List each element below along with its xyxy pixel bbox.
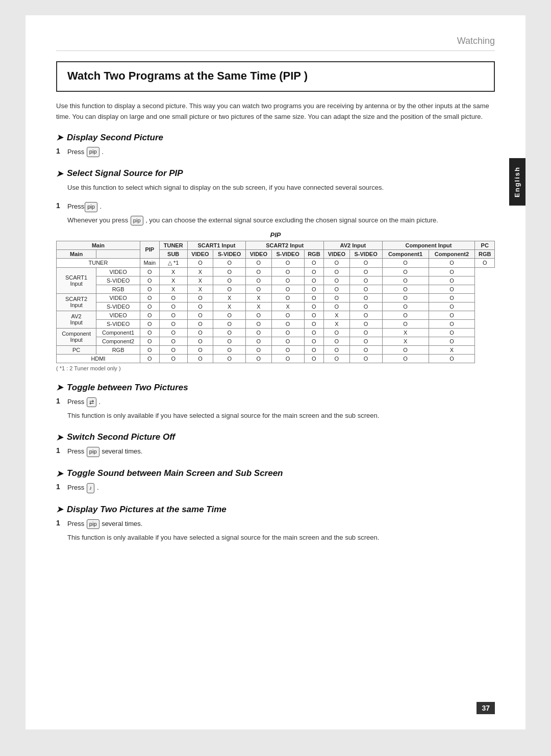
- subsection-title-3: ➤ Toggle between Two Pictures: [56, 383, 495, 393]
- step-text-4-1: Press pip several times.: [67, 446, 142, 457]
- subsection-switch-off: ➤ Switch Second Picture Off 1 Press pip …: [56, 432, 495, 457]
- subsection-display-two: ➤ Display Two Pictures at the same Time …: [56, 505, 495, 543]
- page: Watching Watch Two Programs at the Same …: [26, 15, 525, 729]
- pip-th-scart2: SCART2 Input: [246, 241, 324, 249]
- pip-th-main2: Main: [57, 249, 96, 258]
- row-component: ComponentInput: [57, 328, 96, 345]
- step-6-1: 1 Press pip several times.: [56, 519, 495, 530]
- arrow-icon-3: ➤: [56, 383, 63, 392]
- table-row: S-VIDEO O OO OOO OX OO O: [57, 319, 495, 328]
- subsection-label-5: Toggle Sound between Main Screen and Sub…: [67, 468, 283, 478]
- table-row: S-VIDEO O XX OOO OO OO O: [57, 276, 495, 285]
- subsection-toggle-sound: ➤ Toggle Sound between Main Screen and S…: [56, 468, 495, 493]
- pip-button-icon-4: pip: [87, 447, 99, 457]
- pip-table-header-row-2: Main SUB VIDEO S-VIDEO VIDEO S-VIDEO RGB…: [57, 249, 495, 258]
- step-num-3-1: 1: [56, 397, 63, 405]
- subsection-toggle-two: ➤ Toggle between Two Pictures 1 Press ⇄ …: [56, 383, 495, 421]
- sidebar-language-label: English: [509, 158, 525, 206]
- pip-th-rgb1: RGB: [304, 249, 324, 258]
- row-scart2: SCART2Input: [57, 293, 96, 311]
- pip-table-title: PIP: [56, 231, 495, 239]
- table-row: PC RGB O OO OOO OO OO X: [57, 345, 495, 354]
- main-section-box: Watch Two Programs at the Same Time (PIP…: [56, 61, 495, 92]
- step-text-6-1: Press pip several times.: [67, 519, 142, 530]
- subsection-title-4: ➤ Switch Second Picture Off: [56, 432, 495, 442]
- pip-th-comp2: Component2: [429, 249, 475, 258]
- step-text-2-1: Presspip .: [67, 201, 102, 212]
- subsection-title-6: ➤ Display Two Pictures at the same Time: [56, 505, 495, 515]
- pip-th-svideo1: S-VIDEO: [213, 249, 246, 258]
- select-signal-note: Whenever you press pip , you can choose …: [67, 215, 495, 226]
- pip-th-pc: PC: [475, 241, 495, 249]
- pip-th-comp1: Component1: [382, 249, 429, 258]
- arrow-icon-6: ➤: [56, 505, 63, 514]
- row-tuner: TUNER: [57, 258, 140, 267]
- step-num-4-1: 1: [56, 446, 63, 455]
- table-row: ComponentInput Component1 O OO OOO OO OX…: [57, 328, 495, 337]
- pip-table-section: PIP Main PIP TUNER SCART1 Input SCART2 I…: [56, 231, 495, 371]
- pip-table-header-row-1: Main PIP TUNER SCART1 Input SCART2 Input…: [57, 241, 495, 249]
- table-row: S-VIDEO O OO XXX OO OO O: [57, 302, 495, 311]
- table-row: AV2Input VIDEO O OO OOO OX OO O: [57, 311, 495, 319]
- step-num-5-1: 1: [56, 483, 63, 491]
- table-row: HDMI O OO OOO OO OO O: [57, 354, 495, 363]
- header-title: Watching: [457, 36, 495, 46]
- subsection-display-second: ➤ Display Second Picture 1 Press pip .: [56, 133, 495, 158]
- toggle-two-note: This function is only available if you h…: [67, 411, 495, 421]
- arrow-icon-2: ➤: [56, 169, 63, 179]
- subsection-label-6: Display Two Pictures at the same Time: [67, 505, 227, 515]
- subsection-label-4: Switch Second Picture Off: [67, 432, 175, 442]
- main-title: Watch Two Programs at the Same Time (PIP…: [67, 69, 484, 83]
- row-tuner-main: Main: [140, 258, 159, 267]
- pip-th-sub3: SUB: [159, 249, 187, 258]
- arrow-icon-4: ➤: [56, 433, 63, 442]
- step-text-3-1: Press ⇄ .: [67, 397, 101, 408]
- step-num-6-1: 1: [56, 519, 63, 527]
- page-number: 37: [477, 702, 495, 714]
- display-two-note: This function is only available if you h…: [67, 533, 495, 543]
- step-text-1-1: Press pip .: [67, 147, 104, 158]
- row-av2: AV2Input: [57, 311, 96, 328]
- table-row: TUNER Main △ *1 OO OOO OO OO O: [57, 258, 495, 267]
- step-4-1: 1 Press pip several times.: [56, 446, 495, 457]
- pip-button-icon-2: pip: [85, 202, 97, 212]
- step-num-1-1: 1: [56, 147, 63, 155]
- subsection-title-1: ➤ Display Second Picture: [56, 133, 495, 143]
- table-row: SCART2Input VIDEO O OO XXO OO OO O: [57, 293, 495, 302]
- pip-th-video2: VIDEO: [246, 249, 272, 258]
- pip-button-icon-note: pip: [131, 216, 143, 226]
- pip-th-scart1: SCART1 Input: [187, 241, 245, 249]
- step-5-1: 1 Press ♪ .: [56, 483, 495, 493]
- pip-th-video3: VIDEO: [324, 249, 350, 258]
- table-row: RGB O XX OOO OO OO O: [57, 285, 495, 293]
- pip-th-rgb2: RGB: [475, 249, 495, 258]
- pip-th-video1: VIDEO: [187, 249, 213, 258]
- sound-button-icon: ♪: [87, 483, 95, 493]
- step-3-1: 1 Press ⇄ .: [56, 397, 495, 408]
- subsection-label-1: Display Second Picture: [67, 133, 163, 143]
- pip-th-svideo2: S-VIDEO: [271, 249, 304, 258]
- subsection-label-3: Toggle between Two Pictures: [67, 383, 188, 393]
- row-hdmi: HDMI: [57, 354, 140, 363]
- step-num-2-1: 1: [56, 201, 63, 210]
- toggle-button-icon: ⇄: [87, 397, 96, 408]
- subsection-title-5: ➤ Toggle Sound between Main Screen and S…: [56, 468, 495, 478]
- step-2-1: 1 Presspip .: [56, 201, 495, 212]
- pip-th-main: Main: [57, 241, 140, 249]
- pip-th-av2: AV2 Input: [324, 241, 382, 249]
- pip-table-footnote: ( *1 : 2 Tuner model only ): [56, 365, 495, 371]
- row-scart1: SCART1Input: [57, 267, 96, 293]
- pip-button-icon-6: pip: [87, 519, 99, 530]
- select-signal-desc: Use this function to select which signal…: [67, 183, 495, 193]
- pip-button-icon-1: pip: [87, 147, 99, 157]
- table-row: Component2 O OO OOO OO OX O: [57, 337, 495, 345]
- page-header: Watching: [56, 36, 495, 51]
- intro-text: Use this function to display a second pi…: [56, 101, 495, 122]
- arrow-icon-5: ➤: [56, 469, 63, 478]
- pip-th-pip: PIP: [140, 241, 159, 258]
- step-1-1: 1 Press pip .: [56, 147, 495, 158]
- pip-table: Main PIP TUNER SCART1 Input SCART2 Input…: [56, 241, 495, 363]
- pip-th-svideo3: S-VIDEO: [349, 249, 382, 258]
- pip-th-tuner: TUNER: [159, 241, 187, 249]
- subsection-select-signal: ➤ Select Signal Source for PIP Use this …: [56, 168, 495, 371]
